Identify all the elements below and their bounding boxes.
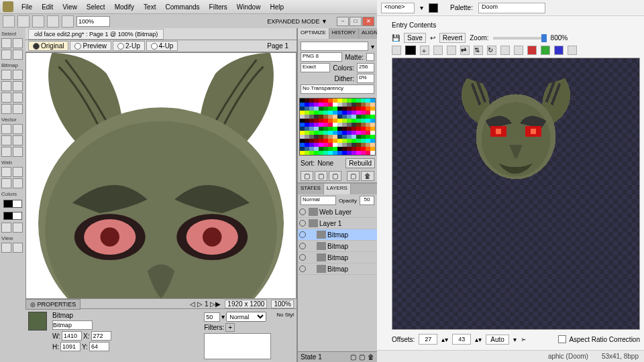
aspect-ratio-checkbox[interactable]: Aspect Ratio Correction xyxy=(558,335,640,343)
mirror-h-icon[interactable]: ⇄ xyxy=(460,46,470,55)
visibility-icon[interactable] xyxy=(299,220,306,227)
hotspot-tool[interactable] xyxy=(13,167,23,177)
menu-select[interactable]: Select xyxy=(83,2,109,12)
export-icon[interactable] xyxy=(568,46,577,55)
tab-align[interactable]: ALIGN xyxy=(359,28,377,39)
pal-tool-3[interactable]: ▢ xyxy=(329,171,341,181)
matte-swatch[interactable] xyxy=(366,53,374,61)
pen-tool[interactable] xyxy=(13,124,23,134)
menu-modify[interactable]: Modify xyxy=(111,2,138,12)
pointer-tool[interactable] xyxy=(1,38,11,48)
offset-y-input[interactable] xyxy=(452,334,471,345)
translate-r-icon[interactable] xyxy=(527,46,537,55)
wand-tool[interactable] xyxy=(1,81,11,91)
view-preview[interactable]: Preview xyxy=(70,41,111,51)
palette-select[interactable]: Doom xyxy=(478,3,545,13)
prop-y[interactable] xyxy=(89,342,109,351)
tab-states[interactable]: STATES xyxy=(298,184,324,194)
layer-row[interactable]: Layer 1 xyxy=(298,218,377,229)
offset-mode-select[interactable]: Auto xyxy=(486,335,509,345)
zoom-slider[interactable] xyxy=(493,37,547,40)
visibility-icon[interactable] xyxy=(299,254,306,261)
menu-view[interactable]: View xyxy=(58,2,81,12)
blur-tool[interactable] xyxy=(1,104,11,114)
tool-print-icon[interactable] xyxy=(62,15,74,27)
swatch-fill[interactable] xyxy=(3,212,22,220)
prop-w[interactable] xyxy=(62,331,82,341)
offset-icon[interactable] xyxy=(500,46,510,55)
brush-tool[interactable] xyxy=(13,81,23,91)
line-tool[interactable] xyxy=(1,124,11,134)
view-4up[interactable]: 4-Up xyxy=(146,41,178,51)
brush-icon[interactable] xyxy=(392,46,401,55)
new-layer-icon[interactable]: ▢ xyxy=(350,353,356,361)
freeform-tool[interactable] xyxy=(1,147,11,157)
filters-list[interactable] xyxy=(204,333,271,359)
fullscreen-view[interactable] xyxy=(13,243,23,253)
tool-redo-icon[interactable] xyxy=(17,15,30,27)
convert-icon[interactable] xyxy=(514,46,523,55)
plus-icon[interactable]: ＋ xyxy=(420,46,429,55)
color-palette[interactable] xyxy=(299,98,376,156)
menu-text[interactable]: Text xyxy=(140,2,160,12)
menu-edit[interactable]: Edit xyxy=(38,2,57,12)
offset-x-input[interactable] xyxy=(419,334,437,345)
palette-select[interactable]: Exact xyxy=(301,63,330,72)
mask-color-swatch[interactable] xyxy=(429,3,438,13)
layer-row[interactable]: Bitmap xyxy=(298,229,377,241)
prop-name-input[interactable] xyxy=(52,320,93,330)
visibility-icon[interactable] xyxy=(299,208,306,215)
hide-tool[interactable] xyxy=(1,178,11,188)
translate-b-icon[interactable] xyxy=(554,46,564,55)
show-tool[interactable] xyxy=(13,178,23,188)
new-folder-icon[interactable]: ▢ xyxy=(359,353,365,361)
zoom-select[interactable]: 100% xyxy=(76,16,110,27)
standard-view[interactable] xyxy=(1,243,11,253)
pal-tool-2[interactable]: ▢ xyxy=(315,171,327,181)
menu-filters[interactable]: Filters xyxy=(205,2,231,12)
layer-row[interactable]: Bitmap xyxy=(298,263,377,275)
pick-icon[interactable] xyxy=(433,46,443,55)
slice-tool[interactable] xyxy=(1,167,11,177)
prop-blend[interactable]: Normal xyxy=(226,312,266,322)
trash-icon[interactable]: 🗑 xyxy=(368,353,374,361)
save-button[interactable]: Save xyxy=(404,33,426,43)
layer-row[interactable]: Bitmap xyxy=(298,241,377,252)
rebuild-button[interactable]: Rebuild xyxy=(345,158,375,168)
pal-tool-4[interactable]: ▢ xyxy=(347,171,360,181)
view-original[interactable]: Original xyxy=(28,41,68,51)
rect-tool[interactable] xyxy=(1,135,11,145)
swap-colors-icon[interactable] xyxy=(1,223,11,233)
layer-opacity[interactable]: 50 xyxy=(360,196,374,205)
maximize-button[interactable]: □ xyxy=(350,17,362,26)
menu-file[interactable]: File xyxy=(17,2,36,12)
menu-window[interactable]: Window xyxy=(233,2,265,12)
state-label[interactable]: State 1 xyxy=(301,353,322,361)
tab-optimize[interactable]: OPTIMIZE xyxy=(298,28,329,39)
marquee-tool[interactable] xyxy=(1,70,11,80)
menu-help[interactable]: Help xyxy=(266,2,288,12)
prop-x[interactable] xyxy=(91,331,111,341)
color-swatch[interactable] xyxy=(405,46,416,55)
tool-hand-icon[interactable] xyxy=(47,15,59,27)
tab-layers[interactable]: LAYERS xyxy=(324,184,351,194)
pencil-tool[interactable] xyxy=(1,93,11,103)
dither-input[interactable]: 0% xyxy=(357,74,374,83)
revert-button[interactable]: Revert xyxy=(439,33,466,43)
menu-commands[interactable]: Commands xyxy=(161,2,203,12)
grid-icon[interactable] xyxy=(447,46,456,55)
layer-blend[interactable]: Normal xyxy=(301,196,336,205)
translate-g-icon[interactable] xyxy=(541,46,550,55)
pal-tool-1[interactable]: ▢ xyxy=(301,171,313,181)
sort-select[interactable]: None xyxy=(317,160,343,167)
scale-tool[interactable] xyxy=(1,50,11,60)
tab-history[interactable]: HISTORY xyxy=(329,28,359,39)
stamp-tool[interactable] xyxy=(13,104,23,114)
entry-type-select[interactable]: <none> xyxy=(381,3,415,13)
tool-import-icon[interactable] xyxy=(32,15,44,27)
page-indicator[interactable]: Page 1 xyxy=(262,42,294,50)
format-select[interactable]: PNG 8 xyxy=(301,52,342,62)
layer-row[interactable]: Bitmap xyxy=(298,252,377,263)
rotate-icon[interactable]: ↻ xyxy=(487,46,496,55)
sprite-canvas[interactable] xyxy=(392,58,640,330)
